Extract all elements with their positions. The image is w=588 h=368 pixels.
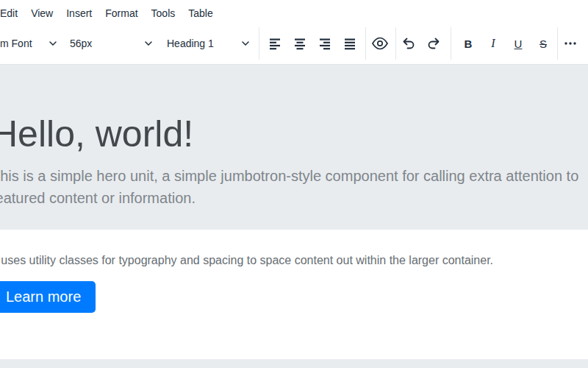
redo-button[interactable] <box>421 31 446 56</box>
bold-button[interactable]: B <box>456 31 481 56</box>
font-size-value: 56px <box>70 38 92 49</box>
align-right-button[interactable] <box>312 31 337 56</box>
strikethrough-button[interactable]: S <box>531 31 556 56</box>
align-left-button[interactable] <box>262 31 287 56</box>
rich-text-editor: Edit View Insert Format Tools Table Syst… <box>0 0 588 368</box>
bold-icon: B <box>465 38 473 50</box>
preview-button[interactable] <box>366 31 394 56</box>
block-format-select[interactable]: Heading 1 <box>162 31 254 56</box>
redo-icon <box>426 35 442 52</box>
font-family-value: System Font <box>0 38 32 49</box>
learn-more-button[interactable]: Learn more <box>0 281 96 313</box>
menu-insert[interactable]: Insert <box>62 0 96 27</box>
strikethrough-icon: S <box>539 38 547 50</box>
hero-lead: This is a simple hero unit, a simple jum… <box>0 165 588 209</box>
align-justify-icon <box>343 36 357 51</box>
toolbar-separator <box>259 27 259 60</box>
font-family-select[interactable]: System Font <box>0 31 57 56</box>
font-size-select[interactable]: 56px <box>65 31 157 56</box>
align-justify-button[interactable] <box>337 31 362 56</box>
menu-table[interactable]: Table <box>184 0 217 27</box>
format-group: B I U S <box>456 31 556 56</box>
menu-format[interactable]: Format <box>101 0 142 27</box>
align-left-icon <box>268 36 282 51</box>
toolbar-separator <box>451 27 451 60</box>
block-format-value: Heading 1 <box>167 38 214 49</box>
toolbar: System Font 56px Heading 1 <box>0 27 588 60</box>
menubar: Edit View Insert Format Tools Table <box>0 0 588 27</box>
body-paragraph: It uses utility classes for typography a… <box>0 252 588 269</box>
hero-lead-line: This is a simple hero unit, a simple jum… <box>0 165 588 187</box>
underline-button[interactable]: U <box>506 31 531 56</box>
jumbotron: Hello, world! This is a simple hero unit… <box>0 65 588 230</box>
underline-icon: U <box>514 38 523 50</box>
more-options-button[interactable] <box>558 31 583 56</box>
alignment-group <box>262 31 362 56</box>
eye-icon <box>371 35 389 52</box>
menu-view[interactable]: View <box>26 0 57 27</box>
bottom-strip <box>0 359 588 368</box>
chevron-down-icon <box>49 41 57 46</box>
body-section: It uses utility classes for typography a… <box>0 230 588 313</box>
editor-header: Edit View Insert Format Tools Table Syst… <box>0 0 588 65</box>
editor-content[interactable]: Hello, world! This is a simple hero unit… <box>0 65 588 368</box>
italic-button[interactable]: I <box>481 31 506 56</box>
menu-tools[interactable]: Tools <box>147 0 180 27</box>
italic-icon: I <box>491 37 495 50</box>
chevron-down-icon <box>242 41 249 46</box>
ellipsis-icon <box>563 36 578 51</box>
menu-edit[interactable]: Edit <box>0 0 22 27</box>
undo-button[interactable] <box>396 31 421 56</box>
hero-lead-line: featured content or information. <box>0 187 588 209</box>
align-center-icon <box>293 36 307 51</box>
align-right-icon <box>318 36 332 51</box>
hero-heading: Hello, world! <box>0 113 588 156</box>
chevron-down-icon <box>145 41 152 46</box>
undo-icon <box>401 35 417 52</box>
align-center-button[interactable] <box>287 31 312 56</box>
